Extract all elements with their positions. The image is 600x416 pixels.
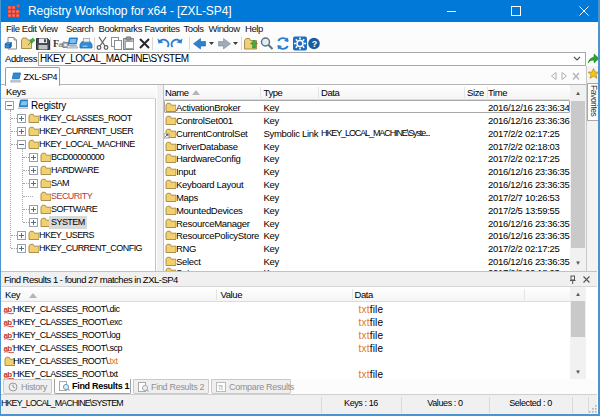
svg-text:?: ? [312, 39, 318, 49]
svg-text:ab: ab [4, 331, 13, 340]
svg-text:a: a [59, 40, 63, 49]
svg-text:t: t [221, 384, 223, 391]
svg-text:ab: ab [4, 344, 13, 353]
svg-text:ab: ab [4, 318, 13, 327]
svg-text:ab: ab [4, 305, 13, 314]
svg-text:ab: ab [4, 370, 13, 379]
